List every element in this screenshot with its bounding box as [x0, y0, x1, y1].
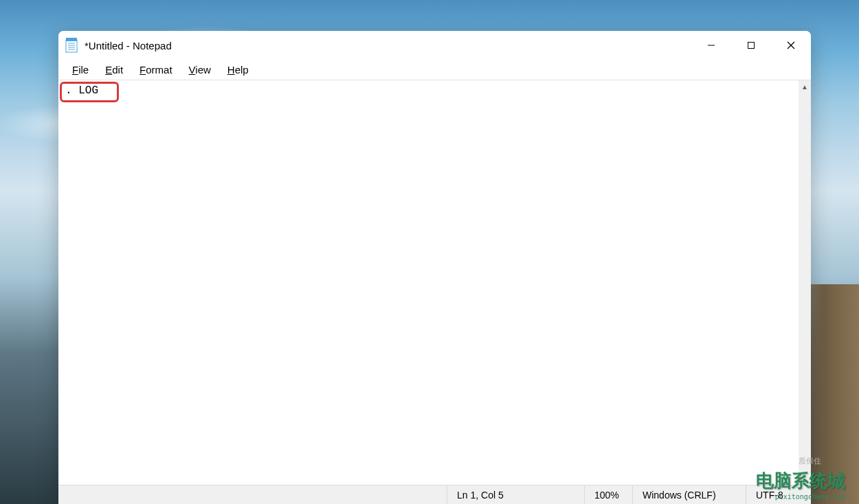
menu-bar: File Edit Format View Help — [58, 60, 811, 80]
vertical-scrollbar[interactable]: ▲ — [799, 80, 811, 485]
notepad-icon — [65, 38, 78, 53]
title-bar[interactable]: *Untitled - Notepad — [58, 31, 811, 60]
menu-edit[interactable]: Edit — [97, 61, 131, 78]
window-controls — [691, 31, 811, 60]
editor-container: . LOG ▲ — [58, 80, 811, 485]
menu-file[interactable]: File — [64, 61, 97, 78]
menu-help[interactable]: Help — [219, 61, 257, 78]
maximize-button[interactable] — [731, 31, 771, 60]
watermark: 电脑系统城 pcxitongcheng.com — [756, 469, 845, 501]
svg-rect-1 — [66, 38, 77, 41]
svg-rect-0 — [66, 40, 77, 52]
window-title: *Untitled - Notepad — [85, 40, 172, 51]
close-button[interactable] — [771, 31, 811, 60]
text-editor[interactable]: . LOG — [58, 80, 799, 485]
status-line-ending: Windows (CRLF) — [632, 485, 746, 504]
status-cursor-position: Ln 1, Col 5 — [447, 485, 584, 504]
svg-rect-7 — [748, 43, 755, 49]
scroll-up-arrow-icon[interactable]: ▲ — [799, 80, 811, 93]
status-zoom: 100% — [584, 485, 632, 504]
watermark-quality-text: 质保住 — [799, 456, 821, 466]
menu-format[interactable]: Format — [131, 61, 181, 78]
watermark-logo-text: 电脑系统城 — [756, 469, 845, 493]
notepad-window: *Untitled - Notepad File Edit Format Vie… — [58, 31, 811, 504]
watermark-url-text: pcxitongcheng.com — [756, 493, 845, 501]
minimize-button[interactable] — [691, 31, 731, 60]
status-bar: Ln 1, Col 5 100% Windows (CRLF) UTF-8 — [58, 485, 811, 504]
menu-view[interactable]: View — [181, 61, 219, 78]
